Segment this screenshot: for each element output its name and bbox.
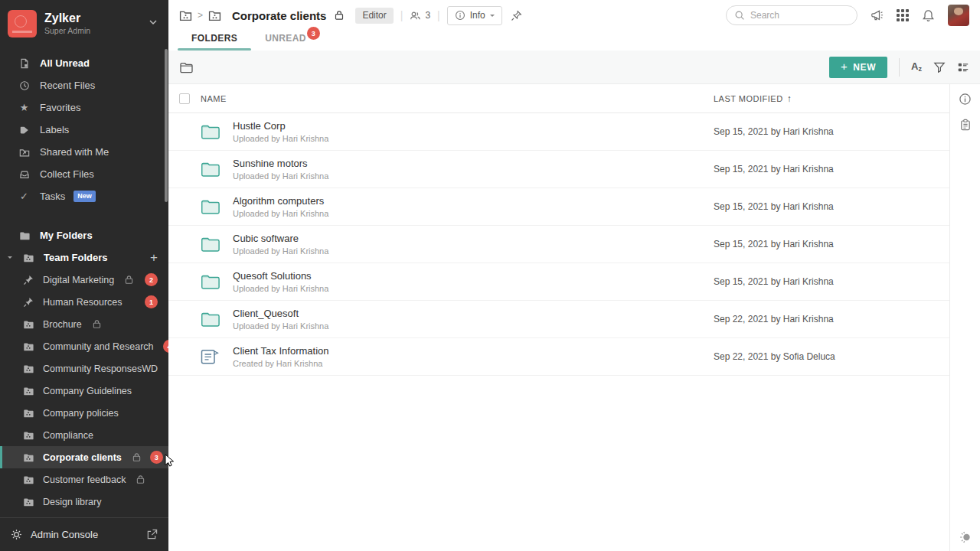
sidebar-item-label: Labels <box>40 124 69 135</box>
user-avatar[interactable] <box>948 5 969 26</box>
pin-icon <box>23 297 34 308</box>
workspace-role: Super Admin <box>44 26 90 36</box>
lock-icon <box>125 275 133 285</box>
search-box[interactable] <box>726 5 858 25</box>
pin-icon <box>23 275 34 285</box>
sidebar-scrollbar[interactable] <box>165 49 168 202</box>
info-dropdown-button[interactable]: Info <box>447 6 502 25</box>
sidebar-team-folder-item[interactable]: Community and Research 4 <box>0 335 168 357</box>
tab-unread[interactable]: UNREAD 3 <box>265 31 306 51</box>
smart-assist-icon[interactable] <box>959 531 972 543</box>
collect-tray-icon <box>18 169 30 180</box>
info-icon <box>455 10 466 21</box>
admin-console-link[interactable]: Admin Console <box>0 517 168 551</box>
file-name[interactable]: Cubic software <box>233 233 704 244</box>
sidebar-item-label: Shared with Me <box>40 146 109 158</box>
sidebar-item-favorites[interactable]: ★ Favorites <box>0 96 168 119</box>
team-folder-label: Customer feedback <box>43 474 126 485</box>
chevron-down-icon[interactable] <box>147 16 159 31</box>
sort-az-icon[interactable]: Az <box>911 61 922 73</box>
table-row[interactable]: Hustle Corp Uploaded by Hari Krishna Sep… <box>168 113 949 151</box>
column-header-name[interactable]: NAME <box>201 94 704 103</box>
tab-folders[interactable]: FOLDERS <box>191 31 237 51</box>
members-button[interactable]: 3 <box>410 10 430 21</box>
file-name[interactable]: Sunshine motors <box>233 158 704 169</box>
sidebar-item-all-unread[interactable]: All Unread <box>0 52 168 74</box>
sidebar-team-folder-item[interactable]: Customer feedback <box>0 468 168 491</box>
list-view-icon[interactable] <box>957 61 969 73</box>
sidebar-item-team-folders[interactable]: Team Folders + <box>0 246 168 269</box>
people-icon <box>410 10 421 21</box>
team-folder-label: Community ResponsesWD <box>43 364 158 374</box>
apps-grid-icon[interactable] <box>897 9 909 21</box>
sidebar-item-collect-files[interactable]: Collect Files <box>0 163 168 185</box>
team-folder-label: Community and Research <box>43 341 154 352</box>
team-folder-label: Digital Marketing <box>43 275 114 285</box>
table-row[interactable]: Client Tax Information Created by Hari K… <box>168 338 949 376</box>
table-row[interactable]: Sunshine motors Uploaded by Hari Krishna… <box>168 151 949 188</box>
sidebar-item-my-folders[interactable]: My Folders <box>0 224 168 246</box>
sidebar-team-folder-item[interactable]: Company policies <box>0 402 168 424</box>
notifications-bell-icon[interactable] <box>922 9 935 22</box>
sidebar-team-folder-item[interactable]: Digital Marketing 2 <box>0 269 168 291</box>
sidebar-item-shared-with-me[interactable]: Shared with Me <box>0 141 168 163</box>
expand-caret-icon[interactable] <box>8 256 12 261</box>
table-row[interactable]: Cubic software Uploaded by Hari Krishna … <box>168 226 949 263</box>
sidebar-item-tasks[interactable]: ✓ Tasks New <box>0 185 168 207</box>
sidebar-team-folder-item[interactable]: Design library <box>0 491 168 513</box>
team-folder-label: Compliance <box>43 430 93 441</box>
sidebar-team-folder-item[interactable]: Compliance <box>0 424 168 446</box>
external-link-icon[interactable] <box>146 529 158 540</box>
search-input[interactable] <box>750 10 842 21</box>
sidebar-item-label: Tasks <box>40 191 65 202</box>
divider: | <box>437 9 440 21</box>
table-header: NAME LAST MODIFIED ↑ <box>168 84 949 113</box>
sidebar: Zylker Super Admin All Unread Recent Fil… <box>0 0 168 551</box>
team-folder-label: Company Guidelines <box>43 386 132 396</box>
new-feature-badge: New <box>74 191 96 202</box>
sidebar-team-folder-item[interactable]: Brochure <box>0 313 168 335</box>
breadcrumb-team-folders-icon[interactable] <box>179 9 192 22</box>
last-modified-value: Sep 15, 2021 by Hari Krishna <box>704 126 949 137</box>
info-panel-icon[interactable] <box>959 93 972 106</box>
team-folder-label: Brochure <box>43 319 82 330</box>
folder-view-icon[interactable] <box>179 60 193 73</box>
sidebar-team-folder-item[interactable]: Community ResponsesWD <box>0 357 168 380</box>
sidebar-item-labels[interactable]: Labels <box>0 119 168 141</box>
pin-toggle-icon[interactable] <box>511 10 522 21</box>
file-name[interactable]: Algorithm computers <box>233 195 704 207</box>
filter-funnel-icon[interactable] <box>933 61 946 73</box>
new-button[interactable]: + NEW <box>829 57 887 78</box>
announcements-icon[interactable] <box>871 9 884 21</box>
topbar: > Corporate clients Editor | 3 | Info <box>168 0 980 31</box>
column-header-last-modified[interactable]: LAST MODIFIED ↑ <box>704 93 949 104</box>
file-name[interactable]: Client Tax Information <box>233 345 704 357</box>
workspace-switcher[interactable]: Zylker Super Admin <box>0 0 168 47</box>
unread-count-badge: 3 <box>150 451 163 464</box>
chevron-down-icon <box>490 15 495 19</box>
file-name[interactable]: Quesoft Solutions <box>233 270 704 282</box>
select-all-checkbox[interactable] <box>179 93 190 104</box>
activity-clipboard-icon[interactable] <box>959 119 972 131</box>
sidebar-item-recent-files[interactable]: Recent Files <box>0 74 168 96</box>
table-row[interactable]: Quesoft Solutions Uploaded by Hari Krish… <box>168 263 949 301</box>
sidebar-team-folder-item[interactable]: Corporate clients 3 <box>0 446 168 468</box>
file-detail: Created by Hari Krishna <box>233 359 704 368</box>
last-modified-value: Sep 15, 2021 by Hari Krishna <box>704 239 949 249</box>
sidebar-item-label: Collect Files <box>40 168 94 180</box>
admin-console-label: Admin Console <box>31 529 98 540</box>
add-team-folder-button[interactable]: + <box>150 251 158 264</box>
lock-icon <box>136 474 145 484</box>
file-name[interactable]: Client_Quesoft <box>233 308 704 319</box>
last-modified-value: Sep 15, 2021 by Hari Krishna <box>704 164 949 174</box>
sidebar-team-folder-item[interactable]: Human Resources 1 <box>0 291 168 313</box>
sidebar-item-label: Recent Files <box>40 80 95 91</box>
view-tabs: FOLDERS UNREAD 3 <box>168 31 980 51</box>
file-detail: Uploaded by Hari Krishna <box>233 321 704 331</box>
table-row[interactable]: Algorithm computers Uploaded by Hari Kri… <box>168 188 949 226</box>
file-name[interactable]: Hustle Corp <box>233 120 704 132</box>
last-modified-value: Sep 22, 2021 by Sofia Deluca <box>704 351 949 362</box>
breadcrumb-current-folder-icon[interactable] <box>208 9 221 22</box>
table-row[interactable]: Client_Quesoft Uploaded by Hari Krishna … <box>168 301 949 338</box>
sidebar-team-folder-item[interactable]: Company Guidelines <box>0 380 168 402</box>
